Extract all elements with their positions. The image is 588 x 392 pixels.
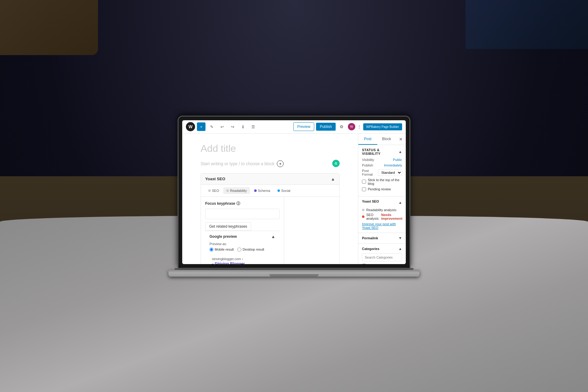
improve-yoast-link[interactable]: Improve your post with Yoast SEO <box>362 222 402 230</box>
yoast-left-panel: Focus keyphrase ⓘ Get related keyphrases… <box>201 197 284 264</box>
info-icon: ⓘ <box>236 201 240 206</box>
wordpress-logo: W <box>186 122 195 131</box>
wpbakery-button[interactable]: WPBakery Page Builder <box>363 123 402 130</box>
desk-item-right <box>466 0 588 49</box>
editor-content-placeholder[interactable]: Start writing or type / to choose a bloc… <box>201 160 340 167</box>
yoast-seo-sidebar-section: Yoast SEO ▲ Readability analysis: SEO an… <box>358 196 406 233</box>
get-keyphrases-button[interactable]: Get related keyphrases <box>205 222 251 231</box>
focus-keyphrase-label: Focus keyphrase ⓘ <box>205 201 280 206</box>
sidebar-close-button[interactable]: ✕ <box>396 134 406 145</box>
status-visibility-title: Status & visibility <box>362 148 398 155</box>
readability-dot <box>226 189 229 192</box>
focus-keyphrase-input[interactable] <box>205 209 280 219</box>
yoast-tabs: SEO Readability Schema <box>201 185 339 197</box>
yoast-tab-schema[interactable]: Schema <box>251 187 273 194</box>
yoast-tab-readability[interactable]: Readability <box>223 187 250 194</box>
permalink-header: Permalink ▼ <box>362 236 402 240</box>
settings-button[interactable]: ⚙ <box>337 122 346 131</box>
status-visibility-toggle[interactable]: ▲ <box>398 150 402 154</box>
social-dot <box>277 189 280 192</box>
yoast-button[interactable]: Y/ <box>348 123 355 130</box>
post-format-label: Post Format <box>362 169 378 176</box>
seo-status: Needs improvement <box>381 213 402 220</box>
category-blogging-label: Blogging <box>368 264 381 264</box>
publish-row: Publish Immediately <box>362 163 402 167</box>
desk-item-left <box>0 0 98 55</box>
status-visibility-section: Status & visibility ▲ Visibility Public … <box>358 145 406 196</box>
yoast-tab-seo[interactable]: SEO <box>205 187 222 194</box>
visibility-row: Visibility Public <box>362 158 402 162</box>
post-format-select[interactable]: Standard <box>378 169 402 176</box>
publish-label: Publish <box>362 163 373 167</box>
yoast-seo-panel: Yoast SEO ▲ SEO Readability <box>201 173 340 264</box>
categories-section: Categories ▲ Blogging Blog Traffic <box>358 244 406 264</box>
seo-tab-label: SEO <box>212 189 219 192</box>
redo-button[interactable]: ↪ <box>228 122 237 131</box>
permalink-toggle[interactable]: ▼ <box>398 236 402 240</box>
status-visibility-header: Status & visibility ▲ <box>362 148 402 155</box>
publish-button[interactable]: Publish <box>316 123 335 131</box>
yoast-right-panel <box>284 197 339 264</box>
categories-header: Categories ▲ <box>362 247 402 251</box>
categories-toggle[interactable]: ▲ <box>398 247 402 251</box>
stick-to-top-checkbox[interactable] <box>362 180 366 184</box>
google-preview-content: Preview as: Mobile result <box>205 242 280 264</box>
info-button[interactable]: ℹ <box>239 122 247 131</box>
editor-title-placeholder[interactable]: Add title <box>201 143 340 154</box>
more-options-button[interactable]: ⋮ <box>357 124 361 129</box>
edit-tool-button[interactable]: ✎ <box>207 122 216 131</box>
desktop-result-radio[interactable]: Desktop result <box>237 248 264 252</box>
stick-to-top-label: Stick to the top of the blog <box>368 178 402 185</box>
yoast-collapse-button[interactable]: ▲ <box>331 177 335 181</box>
stick-to-top-row: Stick to the top of the blog <box>362 178 402 185</box>
desktop-label: Desktop result <box>243 248 264 251</box>
yoast-seo-sidebar-title: Yoast SEO <box>362 200 379 203</box>
post-format-row: Post Format Standard <box>362 169 402 176</box>
google-preview-collapse[interactable]: ▲ <box>271 234 275 239</box>
publish-value[interactable]: Immediately <box>384 163 402 167</box>
inline-add-block-button[interactable]: + <box>277 160 284 167</box>
pending-review-row: Pending review <box>362 187 402 191</box>
wp-toolbar: W + ✎ ↩ ↪ ℹ ☰ Preview Publish ⚙ Y/ ⋮ WPB… <box>182 120 406 134</box>
add-block-button[interactable]: + <box>197 122 205 131</box>
pending-review-checkbox[interactable] <box>362 187 366 191</box>
visibility-label: Visibility <box>362 158 374 162</box>
search-categories-input[interactable] <box>362 253 402 261</box>
wp-content-area[interactable]: Add title G Start writing or type / to c… <box>182 134 358 264</box>
schema-dot <box>254 189 257 192</box>
laptop-screen-wrapper: W + ✎ ↩ ↪ ℹ ☰ Preview Publish ⚙ Y/ ⋮ WPB… <box>178 116 410 269</box>
mobile-result-radio[interactable]: Mobile result <box>209 248 234 252</box>
preview-radio-group: Mobile result Desktop result <box>209 248 275 252</box>
tab-block[interactable]: Block <box>377 134 396 145</box>
seo-dot <box>208 189 211 192</box>
gp-url: strivingblogger.com › <box>212 257 273 261</box>
google-preview-title: Google preview <box>209 234 237 239</box>
permalink-title: Permalink <box>362 236 378 240</box>
seo-analysis-item: SEO analysis: Needs improvement <box>362 213 402 220</box>
yoast-seo-toggle[interactable]: ▲ <box>398 200 402 205</box>
category-blogging-checkbox[interactable] <box>362 264 366 264</box>
permalink-section: Permalink ▼ <box>358 233 406 244</box>
yoast-content: Focus keyphrase ⓘ Get related keyphrases… <box>201 197 339 264</box>
visibility-value[interactable]: Public <box>393 158 402 162</box>
categories-title: Categories <box>362 247 379 251</box>
social-tab-label: Social <box>281 189 290 192</box>
preview-as-label: Preview as: <box>209 242 275 246</box>
laptop-base <box>168 270 420 277</box>
seo-analysis-dot <box>362 215 364 218</box>
undo-button[interactable]: ↩ <box>218 122 226 131</box>
seo-analysis-label: SEO analysis: <box>366 213 379 220</box>
readability-tab-label: Readability <box>230 189 247 192</box>
wp-sidebar: Post Block ✕ Status & visibility ▲ Visi <box>358 134 406 264</box>
yoast-tab-social[interactable]: Social <box>274 187 293 194</box>
list-view-button[interactable]: ☰ <box>249 122 258 131</box>
wordpress-editor: W + ✎ ↩ ↪ ℹ ☰ Preview Publish ⚙ Y/ ⋮ WPB… <box>182 120 406 264</box>
preview-button[interactable]: Preview <box>293 122 315 131</box>
grammarly-icon: G <box>332 160 340 167</box>
gp-site-title[interactable]: - Striving Blogger <box>212 261 273 264</box>
laptop-screen: W + ✎ ↩ ↪ ℹ ☰ Preview Publish ⚙ Y/ ⋮ WPB… <box>182 120 406 264</box>
yoast-panel-title: Yoast SEO <box>205 177 225 181</box>
category-blogging-row: Blogging <box>362 264 402 264</box>
tab-post[interactable]: Post <box>358 134 377 145</box>
pending-review-label: Pending review <box>368 187 391 191</box>
